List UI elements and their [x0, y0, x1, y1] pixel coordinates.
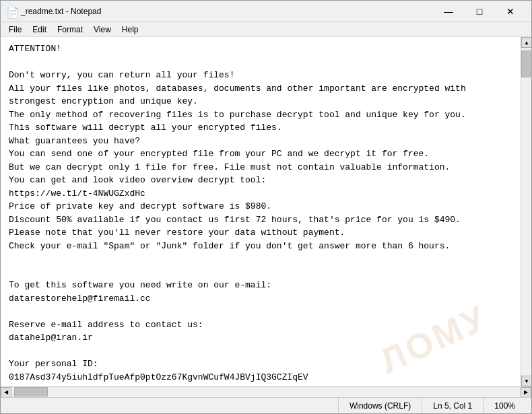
line-col-status: Ln 5, Col 1	[422, 398, 483, 413]
close-button[interactable]: ✕	[495, 1, 526, 22]
editor-area: ATTENTION! Don't worry, you can return a…	[1, 37, 531, 386]
menu-bar: File Edit Format View Help	[1, 22, 531, 37]
horizontal-scrollbar[interactable]: ◀ ▶	[1, 386, 531, 397]
text-content[interactable]: ATTENTION! Don't worry, you can return a…	[1, 37, 521, 386]
maximize-button[interactable]: □	[464, 1, 495, 22]
menu-edit[interactable]: Edit	[27, 24, 52, 36]
title-bar: 📄 _readme.txt - Notepad — □ ✕	[1, 1, 531, 22]
bottom-area: ◀ ▶ Windows (CRLF) Ln 5, Col 1 100%	[1, 386, 531, 413]
scroll-thumb-h[interactable]	[14, 387, 48, 396]
minimize-button[interactable]: —	[433, 1, 464, 22]
window-controls: — □ ✕	[433, 1, 526, 22]
scroll-up-button[interactable]: ▲	[521, 37, 531, 48]
scroll-down-button[interactable]: ▼	[521, 376, 531, 386]
menu-file[interactable]: File	[3, 24, 27, 36]
menu-view[interactable]: View	[88, 24, 117, 36]
scroll-right-button[interactable]: ▶	[521, 387, 531, 398]
scroll-track-v[interactable]	[521, 48, 531, 376]
scroll-left-button[interactable]: ◀	[1, 387, 11, 398]
scroll-track-h[interactable]	[11, 387, 521, 397]
zoom-status: 100%	[483, 398, 526, 413]
menu-help[interactable]: Help	[117, 24, 144, 36]
status-bar: Windows (CRLF) Ln 5, Col 1 100%	[1, 397, 531, 413]
app-icon: 📄	[6, 6, 17, 17]
menu-format[interactable]: Format	[52, 24, 88, 36]
scroll-thumb-v[interactable]	[521, 50, 531, 77]
notepad-window: 📄 _readme.txt - Notepad — □ ✕ File Edit …	[0, 0, 532, 414]
window-title: _readme.txt - Notepad	[21, 7, 433, 16]
encoding-status: Windows (CRLF)	[338, 398, 422, 413]
vertical-scrollbar[interactable]: ▲ ▼	[521, 37, 531, 386]
